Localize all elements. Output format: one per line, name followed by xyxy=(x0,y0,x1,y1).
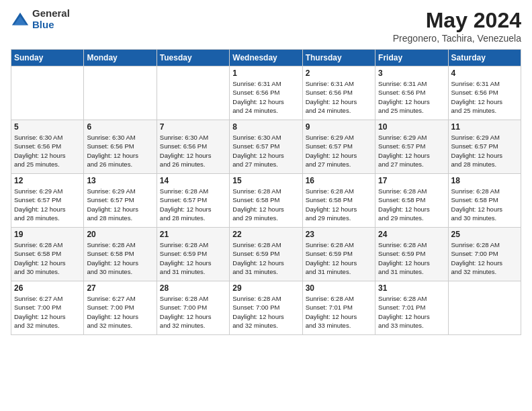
day-info: Sunrise: 6:28 AM Sunset: 6:59 PM Dayligh… xyxy=(160,240,226,276)
day-info: Sunrise: 6:28 AM Sunset: 6:58 PM Dayligh… xyxy=(232,187,299,222)
day-info: Sunrise: 6:30 AM Sunset: 6:56 PM Dayligh… xyxy=(160,133,226,169)
day-info: Sunrise: 6:28 AM Sunset: 7:00 PM Dayligh… xyxy=(232,294,299,330)
calendar-cell: 17Sunrise: 6:28 AM Sunset: 6:58 PM Dayli… xyxy=(375,174,448,228)
logo-icon xyxy=(11,10,30,29)
calendar-cell: 18Sunrise: 6:28 AM Sunset: 6:58 PM Dayli… xyxy=(448,174,521,228)
main-title: May 2024 xyxy=(393,8,521,33)
day-info: Sunrise: 6:28 AM Sunset: 6:58 PM Dayligh… xyxy=(378,187,445,222)
calendar-week-4: 19Sunrise: 6:28 AM Sunset: 6:58 PM Dayli… xyxy=(11,228,521,281)
day-info: Sunrise: 6:28 AM Sunset: 7:01 PM Dayligh… xyxy=(306,294,372,330)
day-info: Sunrise: 6:29 AM Sunset: 6:57 PM Dayligh… xyxy=(378,133,445,169)
calendar-cell: 5Sunrise: 6:30 AM Sunset: 6:56 PM Daylig… xyxy=(11,120,84,174)
day-number: 28 xyxy=(160,283,226,293)
logo-general: General xyxy=(32,8,70,19)
day-number: 8 xyxy=(232,122,299,132)
calendar-cell: 2Sunrise: 6:31 AM Sunset: 6:56 PM Daylig… xyxy=(302,66,375,120)
day-number: 22 xyxy=(232,230,299,239)
col-saturday: Saturday xyxy=(448,50,521,66)
calendar-cell xyxy=(84,66,157,120)
day-info: Sunrise: 6:31 AM Sunset: 6:56 PM Dayligh… xyxy=(451,79,518,115)
calendar-cell: 8Sunrise: 6:30 AM Sunset: 6:57 PM Daylig… xyxy=(230,120,302,174)
day-number: 17 xyxy=(378,176,445,185)
day-info: Sunrise: 6:28 AM Sunset: 7:01 PM Dayligh… xyxy=(378,294,445,330)
calendar-week-1: 1Sunrise: 6:31 AM Sunset: 6:56 PM Daylig… xyxy=(11,66,521,120)
calendar-cell: 16Sunrise: 6:28 AM Sunset: 6:58 PM Dayli… xyxy=(302,174,375,228)
day-info: Sunrise: 6:28 AM Sunset: 6:59 PM Dayligh… xyxy=(232,240,299,276)
calendar-cell: 7Sunrise: 6:30 AM Sunset: 6:56 PM Daylig… xyxy=(157,120,229,174)
header-row: Sunday Monday Tuesday Wednesday Thursday… xyxy=(11,50,521,66)
day-info: Sunrise: 6:28 AM Sunset: 6:58 PM Dayligh… xyxy=(306,187,372,222)
day-number: 5 xyxy=(14,122,81,132)
day-number: 10 xyxy=(378,122,445,132)
day-number: 16 xyxy=(306,176,372,185)
calendar-cell xyxy=(448,281,521,335)
day-info: Sunrise: 6:28 AM Sunset: 6:59 PM Dayligh… xyxy=(378,240,445,276)
day-info: Sunrise: 6:27 AM Sunset: 7:00 PM Dayligh… xyxy=(87,294,153,330)
day-info: Sunrise: 6:28 AM Sunset: 7:00 PM Dayligh… xyxy=(451,240,518,276)
calendar-cell: 28Sunrise: 6:28 AM Sunset: 7:00 PM Dayli… xyxy=(157,281,229,335)
calendar-cell: 13Sunrise: 6:29 AM Sunset: 6:57 PM Dayli… xyxy=(84,174,157,228)
col-friday: Friday xyxy=(375,50,448,66)
day-number: 30 xyxy=(306,283,372,293)
calendar-cell: 9Sunrise: 6:29 AM Sunset: 6:57 PM Daylig… xyxy=(302,120,375,174)
day-number: 1 xyxy=(232,68,299,78)
col-thursday: Thursday xyxy=(302,50,375,66)
logo: General Blue xyxy=(11,8,70,30)
day-number: 2 xyxy=(306,68,372,78)
day-number: 27 xyxy=(87,283,153,293)
col-monday: Monday xyxy=(84,50,157,66)
calendar-cell: 30Sunrise: 6:28 AM Sunset: 7:01 PM Dayli… xyxy=(302,281,375,335)
day-info: Sunrise: 6:31 AM Sunset: 6:56 PM Dayligh… xyxy=(378,79,445,115)
day-info: Sunrise: 6:30 AM Sunset: 6:57 PM Dayligh… xyxy=(232,133,299,169)
calendar-cell: 20Sunrise: 6:28 AM Sunset: 6:58 PM Dayli… xyxy=(84,228,157,281)
day-number: 3 xyxy=(378,68,445,78)
col-tuesday: Tuesday xyxy=(157,50,229,66)
day-info: Sunrise: 6:27 AM Sunset: 7:00 PM Dayligh… xyxy=(14,294,81,330)
calendar-cell: 1Sunrise: 6:31 AM Sunset: 6:56 PM Daylig… xyxy=(230,66,302,120)
calendar-cell: 29Sunrise: 6:28 AM Sunset: 7:00 PM Dayli… xyxy=(230,281,302,335)
calendar-cell: 10Sunrise: 6:29 AM Sunset: 6:57 PM Dayli… xyxy=(375,120,448,174)
calendar-cell xyxy=(157,66,229,120)
day-info: Sunrise: 6:31 AM Sunset: 6:56 PM Dayligh… xyxy=(306,79,372,115)
calendar-cell: 26Sunrise: 6:27 AM Sunset: 7:00 PM Dayli… xyxy=(11,281,84,335)
day-number: 14 xyxy=(160,176,226,185)
day-info: Sunrise: 6:29 AM Sunset: 6:57 PM Dayligh… xyxy=(14,187,81,222)
day-number: 12 xyxy=(14,176,81,185)
day-number: 29 xyxy=(232,283,299,293)
calendar-cell: 31Sunrise: 6:28 AM Sunset: 7:01 PM Dayli… xyxy=(375,281,448,335)
day-number: 19 xyxy=(14,230,81,239)
calendar-cell: 3Sunrise: 6:31 AM Sunset: 6:56 PM Daylig… xyxy=(375,66,448,120)
day-info: Sunrise: 6:29 AM Sunset: 6:57 PM Dayligh… xyxy=(87,187,153,222)
day-number: 15 xyxy=(232,176,299,185)
col-sunday: Sunday xyxy=(11,50,84,66)
day-number: 4 xyxy=(451,68,518,78)
day-info: Sunrise: 6:31 AM Sunset: 6:56 PM Dayligh… xyxy=(232,79,299,115)
day-info: Sunrise: 6:28 AM Sunset: 7:00 PM Dayligh… xyxy=(160,294,226,330)
calendar-cell: 25Sunrise: 6:28 AM Sunset: 7:00 PM Dayli… xyxy=(448,228,521,281)
calendar-cell: 21Sunrise: 6:28 AM Sunset: 6:59 PM Dayli… xyxy=(157,228,229,281)
calendar-table: Sunday Monday Tuesday Wednesday Thursday… xyxy=(11,49,521,335)
calendar-week-2: 5Sunrise: 6:30 AM Sunset: 6:56 PM Daylig… xyxy=(11,120,521,174)
day-number: 18 xyxy=(451,176,518,185)
calendar-week-5: 26Sunrise: 6:27 AM Sunset: 7:00 PM Dayli… xyxy=(11,281,521,335)
day-info: Sunrise: 6:30 AM Sunset: 6:56 PM Dayligh… xyxy=(87,133,153,169)
calendar-cell: 22Sunrise: 6:28 AM Sunset: 6:59 PM Dayli… xyxy=(230,228,302,281)
day-number: 25 xyxy=(451,230,518,239)
day-info: Sunrise: 6:30 AM Sunset: 6:56 PM Dayligh… xyxy=(14,133,81,169)
subtitle: Pregonero, Tachira, Venezuela xyxy=(393,33,521,44)
day-number: 20 xyxy=(87,230,153,239)
calendar-cell xyxy=(11,66,84,120)
calendar-cell: 4Sunrise: 6:31 AM Sunset: 6:56 PM Daylig… xyxy=(448,66,521,120)
calendar-cell: 24Sunrise: 6:28 AM Sunset: 6:59 PM Dayli… xyxy=(375,228,448,281)
header: General Blue May 2024 Pregonero, Tachira… xyxy=(11,8,521,44)
calendar-cell: 19Sunrise: 6:28 AM Sunset: 6:58 PM Dayli… xyxy=(11,228,84,281)
calendar-cell: 12Sunrise: 6:29 AM Sunset: 6:57 PM Dayli… xyxy=(11,174,84,228)
day-number: 7 xyxy=(160,122,226,132)
day-info: Sunrise: 6:29 AM Sunset: 6:57 PM Dayligh… xyxy=(306,133,372,169)
day-number: 26 xyxy=(14,283,81,293)
title-block: May 2024 Pregonero, Tachira, Venezuela xyxy=(393,8,521,44)
day-number: 24 xyxy=(378,230,445,239)
day-number: 23 xyxy=(306,230,372,239)
calendar-cell: 11Sunrise: 6:29 AM Sunset: 6:57 PM Dayli… xyxy=(448,120,521,174)
calendar-week-3: 12Sunrise: 6:29 AM Sunset: 6:57 PM Dayli… xyxy=(11,174,521,228)
